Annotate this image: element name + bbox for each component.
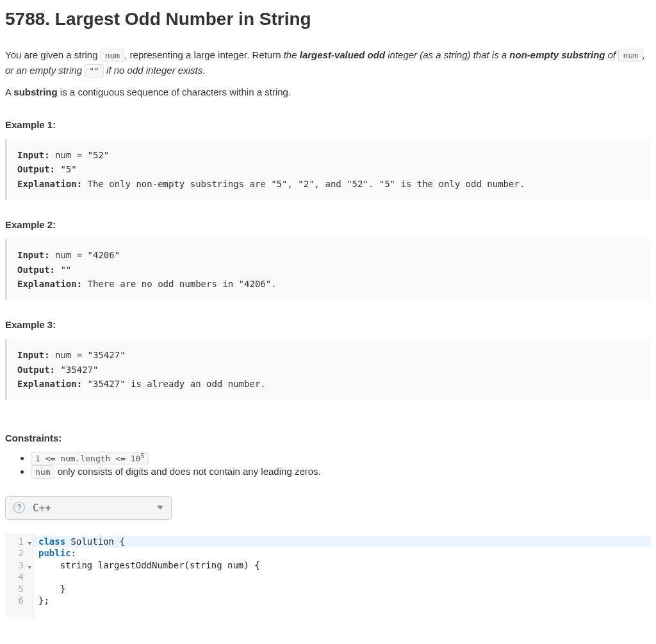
code-line[interactable]: string largestOddNumber(string num) { bbox=[33, 559, 651, 572]
input-value: num = "52" bbox=[50, 150, 110, 160]
text: . bbox=[202, 65, 205, 76]
code-text: Solution { bbox=[65, 536, 125, 547]
output-value: "5" bbox=[55, 164, 77, 174]
language-text: C++ bbox=[33, 502, 152, 514]
inline-code-num: num bbox=[101, 49, 124, 62]
line-number: 4 bbox=[19, 572, 24, 582]
keyword: class bbox=[38, 536, 65, 547]
explanation-label: Explanation: bbox=[17, 379, 82, 389]
text-strong: substring bbox=[13, 87, 57, 97]
code-text: : bbox=[71, 548, 76, 558]
example-block-3: Input: num = "35427" Output: "35427" Exp… bbox=[5, 339, 651, 400]
inline-code-num: num bbox=[31, 465, 54, 479]
input-value: num = "35427" bbox=[50, 350, 126, 360]
example-label-1: Example 1: bbox=[5, 119, 651, 130]
explanation-value: "35427" is already an odd number. bbox=[82, 379, 266, 389]
inline-code-constraint: 1 <= num.length <= 105 bbox=[31, 452, 149, 465]
text: if no odd integer exists bbox=[104, 65, 202, 76]
problem-title: 5788. Largest Odd Number in String bbox=[5, 9, 651, 29]
code-text: }; bbox=[38, 595, 49, 606]
line-number: 2 bbox=[19, 548, 24, 558]
input-value: num = "4206" bbox=[50, 250, 120, 260]
text: , representing a large integer. Return bbox=[124, 49, 283, 60]
text: integer (as a string) that is a bbox=[385, 49, 509, 60]
input-label: Input: bbox=[17, 350, 50, 360]
text: the bbox=[284, 49, 300, 60]
text: 1 <= num.length <= 10 bbox=[35, 454, 140, 463]
text: You are given a string bbox=[5, 49, 101, 60]
gutter-line: 5 bbox=[12, 583, 30, 595]
code-text bbox=[38, 572, 81, 582]
text: only consists of digits and does not con… bbox=[54, 466, 320, 477]
explanation-label: Explanation: bbox=[17, 279, 82, 289]
inline-code-empty: "" bbox=[85, 64, 104, 78]
gutter-line: 3▼ bbox=[12, 559, 30, 572]
code-line[interactable]: }; bbox=[33, 595, 651, 607]
constraints-label: Constraints: bbox=[5, 433, 651, 443]
superscript: 5 bbox=[140, 452, 144, 459]
example-block-1: Input: num = "52" Output: "5" Explanatio… bbox=[5, 139, 651, 200]
code-line[interactable] bbox=[33, 571, 651, 583]
explanation-value: There are no odd numbers in "4206". bbox=[82, 279, 276, 289]
text-strong: largest-valued odd bbox=[300, 49, 385, 60]
explanation-value: The only non-empty substrings are "5", "… bbox=[82, 179, 525, 189]
example-block-2: Input: num = "4206" Output: "" Explanati… bbox=[5, 239, 651, 300]
line-number: 1 bbox=[19, 536, 24, 547]
output-value: "35427" bbox=[55, 365, 98, 375]
example-label-3: Example 3: bbox=[5, 319, 651, 330]
line-number: 6 bbox=[19, 595, 24, 606]
output-label: Output: bbox=[17, 164, 55, 174]
code-line[interactable]: public: bbox=[33, 547, 651, 559]
gutter-line: 6 bbox=[12, 595, 30, 607]
output-value: "" bbox=[55, 265, 71, 275]
text-strong: non-empty substring bbox=[509, 49, 605, 60]
line-number: 3 bbox=[19, 560, 24, 570]
help-icon: ? bbox=[13, 502, 25, 513]
code-line[interactable]: class Solution { bbox=[33, 536, 651, 548]
language-select[interactable]: ? C++ bbox=[5, 496, 172, 520]
code-line[interactable]: } bbox=[33, 583, 651, 595]
keyword: public bbox=[38, 548, 71, 558]
output-label: Output: bbox=[17, 265, 55, 275]
explanation-label: Explanation: bbox=[17, 179, 82, 189]
input-label: Input: bbox=[17, 250, 50, 260]
text: is a contiguous sequence of characters w… bbox=[58, 87, 291, 97]
constraints-list: 1 <= num.length <= 105 num only consists… bbox=[5, 452, 651, 477]
gutter-line: 2 bbox=[12, 547, 30, 559]
code-area[interactable]: class Solution { public: string largestO… bbox=[33, 533, 651, 617]
desc-paragraph-1: You are given a string num, representing… bbox=[5, 47, 651, 78]
problem-description: You are given a string num, representing… bbox=[5, 47, 651, 100]
gutter-line: 1▼ bbox=[12, 536, 30, 548]
inline-code-num: num bbox=[618, 49, 642, 62]
code-text: } bbox=[38, 584, 65, 594]
constraint-item: 1 <= num.length <= 105 bbox=[31, 452, 651, 463]
line-gutter: 1▼ 2 3▼ 4 5 6 bbox=[5, 533, 33, 617]
chevron-down-icon bbox=[157, 506, 163, 509]
desc-paragraph-2: A substring is a contiguous sequence of … bbox=[5, 85, 651, 100]
constraint-item: num only consists of digits and does not… bbox=[31, 466, 651, 477]
code-text: string largestOddNumber(string num) { bbox=[38, 560, 260, 570]
gutter-line: 4 bbox=[12, 571, 30, 583]
input-label: Input: bbox=[17, 150, 50, 160]
text: of bbox=[605, 49, 619, 60]
example-label-2: Example 2: bbox=[5, 219, 651, 230]
line-number: 5 bbox=[19, 584, 24, 594]
output-label: Output: bbox=[17, 365, 55, 375]
code-editor[interactable]: 1▼ 2 3▼ 4 5 6 class Solution { public: s… bbox=[5, 533, 651, 617]
text: A bbox=[5, 87, 13, 97]
